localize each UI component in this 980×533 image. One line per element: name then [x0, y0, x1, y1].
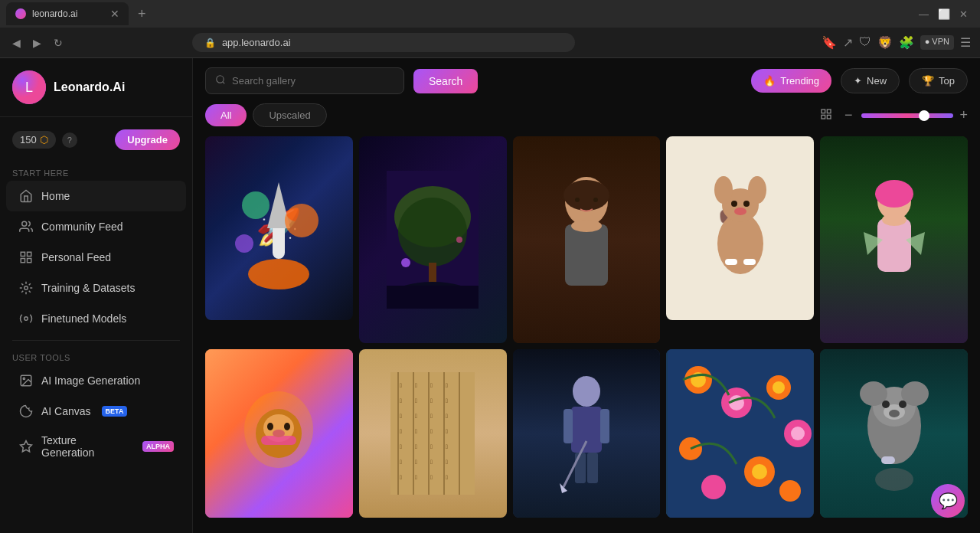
gallery-item-1[interactable]: ⊞ ╲╱ ⤢ — [205, 136, 353, 320]
share-icon[interactable]: ↗ — [843, 35, 853, 50]
minimize-btn[interactable]: — — [919, 8, 929, 20]
bookmark-icon[interactable]: 🔖 — [822, 35, 837, 50]
gallery-8-expand[interactable]: ⤢ — [631, 355, 654, 378]
gallery-6-expand[interactable]: ⤢ — [324, 355, 347, 378]
url-display[interactable]: app.leonardo.ai — [222, 37, 291, 48]
search-input[interactable] — [232, 75, 394, 87]
zoom-slider[interactable] — [861, 113, 953, 118]
svg-point-36 — [575, 198, 580, 202]
gallery-8-action-1[interactable]: ⊞ — [576, 355, 599, 378]
gallery-6-action-2[interactable]: ╲╱ — [296, 355, 319, 378]
trending-button[interactable]: 🔥 Trending — [751, 69, 831, 93]
tab-close-btn[interactable]: ✕ — [110, 8, 119, 20]
svg-text:𓃂: 𓃂 — [430, 443, 433, 450]
gallery-item-3[interactable]: ⊞ ╲╱ ⤢ — [513, 136, 661, 343]
gallery-item-6[interactable]: ⊞ ╲╱ ⤢ — [205, 349, 353, 518]
top-button[interactable]: 🏆 Top — [909, 68, 968, 93]
gallery-10-expand[interactable]: ⤢ — [939, 355, 962, 378]
gallery-9-expand[interactable]: ⤢ — [785, 355, 808, 378]
gallery-1-action-1[interactable]: ⊞ — [269, 142, 292, 165]
gallery-5-expand[interactable]: ⤢ — [939, 142, 962, 165]
gallery-1-expand[interactable]: ⤢ — [324, 142, 347, 165]
sidebar-item-texture-gen[interactable]: Texture Generation ALPHA — [6, 427, 186, 466]
gallery-7-action-1[interactable]: ⊞ — [450, 355, 473, 378]
maximize-btn[interactable]: ⬜ — [938, 8, 950, 20]
gallery-10-action-1[interactable]: ⊞ — [884, 355, 906, 378]
close-btn[interactable]: ✕ — [959, 8, 968, 20]
sidebar-item-finetuned-models[interactable]: Finetuned Models — [6, 303, 186, 334]
gallery-item-5[interactable]: ⊞ ╲╱ ⤢ — [820, 136, 968, 343]
menu-icon[interactable]: ☰ — [960, 35, 971, 50]
chat-button[interactable]: 💬 — [931, 484, 965, 518]
app-container: L Leonardo.Ai 150 ⬡ ? Upgrade Start Here… — [0, 58, 980, 533]
vpn-badge[interactable]: ● VPN — [920, 35, 954, 50]
home-label: Home — [41, 190, 70, 202]
svg-text:𓄃: 𓄃 — [446, 459, 448, 466]
extensions-icon[interactable]: 🧩 — [899, 35, 914, 50]
sidebar-item-community-feed[interactable]: Community Feed — [6, 211, 186, 242]
gallery-8-action-2[interactable]: ╲╱ — [603, 355, 626, 378]
svg-text:𓃀: 𓃀 — [400, 443, 402, 450]
search-button[interactable]: Search — [413, 69, 478, 93]
svg-point-121 — [882, 401, 890, 408]
gallery-item-8[interactable]: ⊞ ╲╱ ⤢ — [513, 349, 661, 518]
svg-text:𓀇: 𓀇 — [446, 397, 448, 404]
gallery-3-action-2[interactable]: ╲╱ — [603, 142, 626, 165]
gallery-1-action-2[interactable]: ╲╱ — [296, 142, 319, 165]
new-tab-btn[interactable]: + — [132, 6, 152, 22]
sidebar-item-ai-image[interactable]: AI Image Generation — [6, 365, 186, 396]
gallery-item-9[interactable]: ⊞ ╲╱ ⤢ — [666, 349, 814, 518]
sparkle-icon: ✦ — [854, 75, 862, 87]
svg-text:𓁀: 𓁀 — [400, 413, 402, 420]
gallery-4-action-1[interactable]: ⊞ — [730, 142, 753, 165]
gallery-9-action-2[interactable]: ╲╱ — [757, 355, 780, 378]
gallery-3-action-1[interactable]: ⊞ — [576, 142, 599, 165]
back-btn[interactable]: ◀ — [9, 34, 24, 52]
svg-rect-14 — [822, 110, 825, 113]
svg-text:𓅀: 𓅀 — [400, 474, 402, 481]
svg-point-33 — [564, 180, 609, 211]
credits-info-btn[interactable]: ? — [62, 132, 77, 148]
brand-avatar: L — [12, 70, 46, 104]
gallery-2-action-2[interactable]: ╲╱ — [450, 142, 473, 165]
gallery-7-expand[interactable]: ⤢ — [478, 355, 501, 378]
svg-rect-45 — [725, 259, 737, 265]
sidebar-item-ai-canvas[interactable]: AI Canvas BETA — [6, 396, 186, 427]
sidebar-item-personal-feed[interactable]: Personal Feed — [6, 242, 186, 273]
svg-text:𓄁: 𓄁 — [415, 459, 417, 466]
gallery-item-7[interactable]: 𓀀𓀁𓀂𓀃 𓀄𓀅𓀆𓀇 𓁀𓁁𓁂𓁃 𓂀𓂁𓂂𓂃 𓃀𓃁𓃂𓃃 𓄀𓄁𓄂𓄃 𓅀𓅁𓅂𓅃 — [359, 349, 507, 518]
gallery-3-expand[interactable]: ⤢ — [631, 142, 654, 165]
gallery-5-action-1[interactable]: ⊞ — [884, 142, 906, 165]
gallery-4-action-2[interactable]: ╲╱ — [757, 142, 780, 165]
grid-view-btn[interactable] — [817, 105, 835, 126]
svg-point-29 — [456, 237, 462, 243]
gallery-2-expand[interactable]: ⤢ — [478, 142, 501, 165]
shield-icon[interactable]: 🛡 — [859, 35, 871, 50]
filter-all-btn[interactable]: All — [205, 104, 247, 126]
main-content: Search 🔥 Trending ✦ New 🏆 Top All Upscal… — [193, 58, 980, 533]
refresh-btn[interactable]: ↻ — [51, 34, 66, 52]
gallery-6-action-1[interactable]: ⊞ — [269, 355, 292, 378]
zoom-plus-btn[interactable]: + — [959, 107, 968, 123]
forward-btn[interactable]: ▶ — [30, 34, 44, 52]
svg-point-57 — [284, 423, 290, 430]
sidebar-item-training-datasets[interactable]: Training & Datasets — [6, 273, 186, 303]
zoom-minus-btn[interactable]: − — [841, 104, 856, 126]
gallery-5-action-2[interactable]: ╲╱ — [911, 142, 934, 165]
gallery-10-action-2[interactable]: ╲╱ — [911, 355, 934, 378]
svg-point-94 — [573, 376, 600, 407]
new-button[interactable]: ✦ New — [841, 68, 900, 93]
gallery-item-4[interactable]: ⊞ ╲╱ ⤢ — [666, 136, 814, 320]
gallery-4-expand[interactable]: ⤢ — [785, 142, 808, 165]
gallery-item-2[interactable]: ⊞ ╲╱ ⤢ — [359, 136, 507, 343]
svg-text:𓀄: 𓀄 — [400, 397, 402, 404]
active-tab[interactable]: leonardo.ai ✕ — [6, 2, 129, 25]
training-icon — [18, 280, 34, 296]
svg-text:𓁁: 𓁁 — [415, 413, 417, 420]
upgrade-button[interactable]: Upgrade — [115, 129, 180, 150]
filter-upscaled-btn[interactable]: Upscaled — [253, 103, 326, 127]
sidebar-item-home[interactable]: Home — [6, 181, 186, 211]
sidebar-divider — [12, 340, 180, 341]
gallery-2-action-1[interactable]: ⊞ — [423, 142, 446, 165]
gallery-9-action-1[interactable]: ⊞ — [730, 355, 753, 378]
